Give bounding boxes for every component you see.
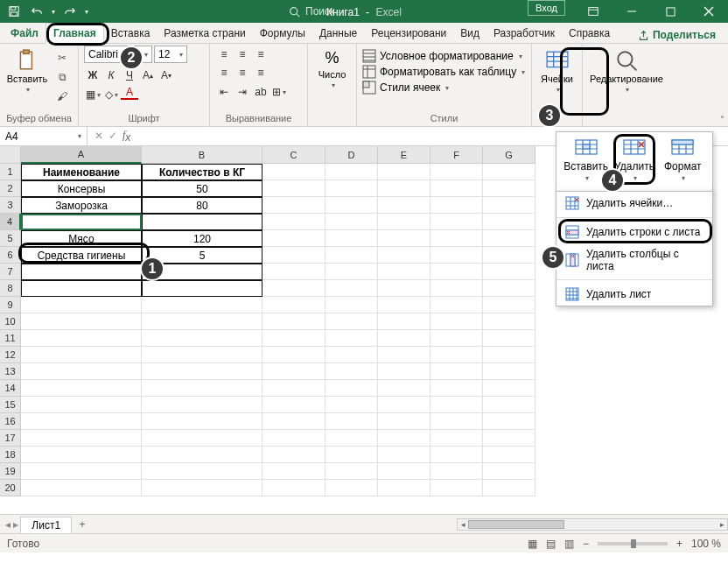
cell[interactable]: [483, 447, 536, 463]
cell[interactable]: [378, 247, 430, 264]
cell[interactable]: [326, 214, 378, 230]
cell[interactable]: [378, 430, 430, 447]
cell[interactable]: [378, 214, 430, 230]
column-header[interactable]: F: [430, 146, 483, 164]
cell[interactable]: [262, 463, 326, 480]
cell[interactable]: [326, 264, 378, 280]
add-sheet-button[interactable]: +: [74, 518, 91, 531]
cell[interactable]: [262, 413, 326, 430]
cell[interactable]: [262, 197, 326, 214]
cell[interactable]: [142, 313, 262, 330]
cell[interactable]: [326, 197, 378, 214]
horizontal-scrollbar[interactable]: ◂▸: [457, 518, 728, 531]
cell[interactable]: [326, 463, 378, 480]
row-header[interactable]: 18: [0, 447, 21, 463]
zoom-in-icon[interactable]: +: [676, 538, 682, 550]
view-normal-icon[interactable]: ▦: [528, 538, 537, 550]
cell[interactable]: [378, 480, 430, 496]
close-icon[interactable]: [690, 0, 728, 23]
data-cell[interactable]: [142, 214, 262, 230]
view-pagebreak-icon[interactable]: ▥: [564, 538, 574, 550]
cell[interactable]: [483, 280, 536, 297]
qat-dropdown-icon[interactable]: ▾: [49, 2, 58, 21]
column-header[interactable]: E: [378, 146, 430, 164]
cell[interactable]: [430, 463, 483, 480]
cell[interactable]: [142, 447, 262, 463]
cell[interactable]: [378, 447, 430, 463]
cell[interactable]: [430, 230, 483, 247]
cell[interactable]: [430, 197, 483, 214]
shrink-font-icon[interactable]: A▾: [158, 67, 175, 84]
cut-icon[interactable]: ✂: [52, 49, 72, 67]
data-cell[interactable]: 80: [142, 197, 262, 214]
cell[interactable]: [430, 380, 483, 397]
delete-cells-item[interactable]: Удалить ячейки…: [556, 192, 712, 215]
tab-help[interactable]: Справка: [562, 24, 617, 43]
cell[interactable]: [430, 330, 483, 347]
row-header[interactable]: 7: [0, 264, 21, 280]
data-cell[interactable]: Заморозка: [21, 197, 142, 214]
wrap-text-icon[interactable]: ab: [252, 83, 270, 101]
enter-formula-icon[interactable]: ✓: [108, 130, 117, 142]
increase-indent-icon[interactable]: ⇥: [234, 83, 251, 101]
share-button[interactable]: Поделиться: [631, 27, 723, 43]
paste-button[interactable]: Вставить ▾: [5, 46, 49, 94]
cell[interactable]: [483, 264, 536, 280]
cell[interactable]: [483, 380, 536, 397]
cell[interactable]: [326, 330, 378, 347]
cell[interactable]: [483, 480, 536, 496]
cell[interactable]: [21, 297, 142, 313]
format-as-table-button[interactable]: Форматировать как таблицу▾: [362, 65, 525, 79]
cell[interactable]: [430, 430, 483, 447]
cell[interactable]: [483, 347, 536, 363]
data-cell[interactable]: 50: [142, 180, 262, 197]
cell[interactable]: [326, 380, 378, 397]
cell[interactable]: [378, 397, 430, 413]
tab-pagelayout[interactable]: Разметка страни: [157, 24, 252, 43]
cell[interactable]: [262, 330, 326, 347]
cell[interactable]: [430, 247, 483, 264]
row-header[interactable]: 12: [0, 347, 21, 363]
cell[interactable]: [430, 264, 483, 280]
cell[interactable]: [142, 363, 262, 380]
row-header[interactable]: 4: [0, 214, 21, 230]
bold-button[interactable]: Ж: [84, 67, 102, 84]
column-header[interactable]: G: [483, 146, 536, 164]
minimize-icon[interactable]: [612, 0, 651, 23]
cell[interactable]: [326, 397, 378, 413]
cell[interactable]: [430, 280, 483, 297]
row-header[interactable]: 2: [0, 180, 21, 197]
font-size-select[interactable]: 12▾: [154, 46, 187, 63]
cell-styles-button[interactable]: Стили ячеек▾: [362, 81, 525, 95]
cell[interactable]: [378, 164, 430, 180]
login-button[interactable]: Вход: [528, 0, 565, 16]
cell[interactable]: [430, 447, 483, 463]
cell[interactable]: [326, 247, 378, 264]
cell[interactable]: [430, 180, 483, 197]
cell[interactable]: [378, 413, 430, 430]
cell[interactable]: [262, 214, 326, 230]
tab-home[interactable]: Главная: [46, 23, 104, 44]
cell[interactable]: [262, 280, 326, 297]
italic-button[interactable]: К: [102, 67, 120, 84]
cell[interactable]: [262, 347, 326, 363]
conditional-formatting-button[interactable]: Условное форматирование▾: [362, 49, 525, 63]
cell[interactable]: [483, 463, 536, 480]
cell[interactable]: [326, 363, 378, 380]
cell[interactable]: [21, 347, 142, 363]
cell[interactable]: [262, 230, 326, 247]
cell[interactable]: [483, 214, 536, 230]
cell[interactable]: [262, 380, 326, 397]
zoom-out-icon[interactable]: −: [583, 538, 589, 550]
tab-insert[interactable]: Вставка: [104, 24, 158, 43]
data-cell[interactable]: [21, 264, 142, 280]
format-painter-icon[interactable]: 🖌: [52, 88, 72, 105]
cells-button[interactable]: Ячейки ▾: [537, 46, 577, 94]
sheet-nav[interactable]: ◂ ▸: [5, 518, 18, 531]
tab-file[interactable]: Файл: [4, 24, 46, 43]
cell[interactable]: [483, 363, 536, 380]
cell[interactable]: [21, 313, 142, 330]
column-header[interactable]: B: [142, 146, 262, 164]
align-middle-icon[interactable]: ≡: [234, 46, 251, 63]
cell[interactable]: [483, 430, 536, 447]
